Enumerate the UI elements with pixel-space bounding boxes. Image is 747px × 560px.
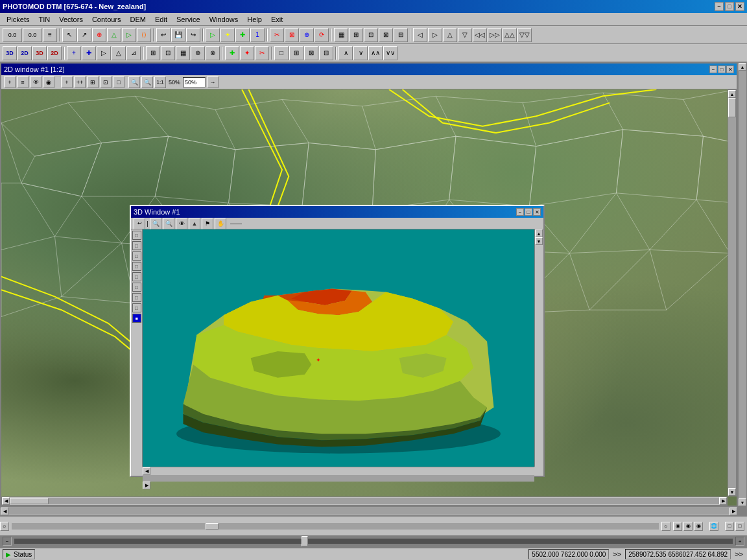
- tb2-sq1[interactable]: ▷: [97, 46, 111, 60]
- menu-vectors[interactable]: Vectors: [55, 15, 87, 24]
- tb1-nav1[interactable]: ◁: [413, 28, 427, 42]
- tb2-rect2[interactable]: ⊞: [289, 46, 303, 60]
- menu-dem[interactable]: DEM: [126, 15, 150, 24]
- left-panel-btn-5[interactable]: □: [132, 272, 141, 281]
- main-scroll-thumb[interactable]: [206, 523, 219, 530]
- w3d-btn-triangle[interactable]: ▲: [189, 218, 200, 229]
- view-btn-2[interactable]: ◉: [683, 522, 693, 531]
- tb2-star1[interactable]: ✚: [225, 46, 239, 60]
- tb2-box2[interactable]: ⊡: [161, 46, 175, 60]
- w3d-btn-flag[interactable]: ⚑: [202, 218, 213, 229]
- tb2-2d-b[interactable]: 2D: [47, 46, 62, 60]
- win3d-minimize[interactable]: −: [516, 208, 524, 216]
- left-panel-btn-active[interactable]: ■: [132, 314, 141, 323]
- w2d-btn-rect[interactable]: ⊞: [87, 76, 99, 88]
- window-3d-vscroll[interactable]: ▲ ▼: [534, 229, 543, 467]
- menu-pickets[interactable]: Pickets: [3, 15, 33, 24]
- window-3d-hscroll[interactable]: ◀ ▶: [143, 467, 534, 476]
- tb2-rect1[interactable]: □: [274, 46, 289, 60]
- ws-vscroll-up[interactable]: ▲: [739, 63, 746, 71]
- w3d-vscroll-down[interactable]: ▼: [535, 237, 543, 245]
- view-btn-3[interactable]: ◉: [694, 522, 703, 531]
- workspace-hscroll[interactable]: ◀ ▶: [0, 507, 738, 516]
- tb1-nav2[interactable]: ▷: [428, 28, 442, 42]
- tb2-misc1[interactable]: ∧: [338, 46, 353, 60]
- tb1-grid2[interactable]: ⊞: [349, 28, 363, 42]
- w2d-btn-cursor[interactable]: →: [207, 76, 219, 88]
- tb2-box3[interactable]: ▦: [176, 46, 190, 60]
- main-hscroll-track[interactable]: [12, 523, 659, 530]
- tb1-save[interactable]: 💾: [171, 28, 185, 42]
- tb1-nav5[interactable]: ◁◁: [473, 28, 487, 42]
- tb2-box1[interactable]: ⊞: [146, 46, 160, 60]
- minimize-button[interactable]: −: [715, 2, 724, 11]
- win3d-close[interactable]: ✕: [533, 208, 541, 216]
- w2d-btn-grid[interactable]: ⊡: [100, 76, 112, 88]
- tb1-star[interactable]: ✦: [220, 28, 235, 42]
- tb2-sq2[interactable]: △: [112, 46, 126, 60]
- tb2-rect4[interactable]: ⊟: [319, 46, 333, 60]
- tb1-nav6[interactable]: ▷▷: [488, 28, 502, 42]
- h-scroll-track[interactable]: [10, 498, 719, 504]
- zoom-out-icon[interactable]: −: [3, 537, 12, 546]
- tb1-pick[interactable]: ⊕: [92, 28, 106, 42]
- tb2-cross2[interactable]: ✚: [82, 46, 96, 60]
- title-bar-buttons[interactable]: − □ ✕: [715, 2, 744, 11]
- tb1-numkey[interactable]: 1: [250, 28, 265, 42]
- tb2-box4[interactable]: ⊕: [191, 46, 205, 60]
- tb1-tri2[interactable]: ▷: [122, 28, 136, 42]
- tb2-misc2[interactable]: ∨: [353, 46, 368, 60]
- w3d-hscroll-left[interactable]: ◀: [143, 467, 150, 475]
- v-scroll-down-btn[interactable]: ▼: [728, 488, 736, 496]
- menu-edit[interactable]: Edit: [151, 15, 171, 24]
- left-panel-btn-3[interactable]: □: [132, 251, 141, 261]
- w3d-btn-zoom-out[interactable]: 🔍: [150, 218, 161, 229]
- w2d-btn-zoom-in[interactable]: 🔍: [141, 76, 153, 88]
- tb1-grid3[interactable]: ⊡: [364, 28, 378, 42]
- tb1-grid5[interactable]: ⊟: [394, 28, 408, 42]
- tb1-redo[interactable]: ↪: [186, 28, 200, 42]
- w3d-hscroll-track[interactable]: [143, 475, 534, 482]
- win2d-close[interactable]: ✕: [726, 65, 734, 73]
- w2d-btn-plus2[interactable]: ++: [74, 76, 86, 88]
- view-btn-globe[interactable]: 🌐: [709, 522, 718, 531]
- w2d-btn-sq[interactable]: □: [113, 76, 124, 88]
- h-scroll-thumb[interactable]: [10, 498, 49, 504]
- tb2-3d-b[interactable]: 3D: [32, 46, 47, 60]
- win2d-maximize[interactable]: □: [718, 65, 726, 73]
- left-panel-btn-2[interactable]: □: [132, 241, 141, 250]
- tb1-undo[interactable]: ↩: [156, 28, 171, 42]
- tb1-grid4[interactable]: ⊠: [379, 28, 393, 42]
- win3d-maximize[interactable]: □: [525, 208, 532, 216]
- left-panel-btn-6[interactable]: □: [132, 283, 141, 292]
- tb1-tri3[interactable]: ⟨⟩: [137, 28, 151, 42]
- ws-hscroll-track[interactable]: [8, 508, 729, 515]
- v-scroll-up-btn[interactable]: ▲: [728, 90, 736, 98]
- w2d-btn-eye[interactable]: 👁: [30, 76, 42, 88]
- tb1-green-tri[interactable]: ▷: [206, 28, 220, 42]
- tb1-nav4[interactable]: ▽: [458, 28, 472, 42]
- w3d-btn-1[interactable]: ↩: [134, 218, 145, 229]
- v-scroll-thumb[interactable]: [728, 98, 736, 117]
- tb1-ruler[interactable]: ≡: [43, 28, 57, 42]
- w2d-zoom-input[interactable]: [183, 77, 206, 88]
- view-btn-1[interactable]: ◉: [673, 522, 682, 531]
- tb1-cross[interactable]: ✚: [235, 28, 250, 42]
- tb1-nav7[interactable]: △△: [503, 28, 517, 42]
- menu-service[interactable]: Service: [172, 15, 204, 24]
- tb1-input-1[interactable]: 0.0: [23, 28, 42, 42]
- view-btn-4[interactable]: □: [725, 522, 734, 531]
- tb2-misc3[interactable]: ∧∧: [368, 46, 383, 60]
- zoom-slider-thumb[interactable]: [302, 536, 308, 546]
- menu-contours[interactable]: Contours: [88, 15, 125, 24]
- maximize-button[interactable]: □: [725, 2, 734, 11]
- tb1-copy[interactable]: ⊕: [300, 28, 314, 42]
- left-panel-btn-8[interactable]: □: [132, 303, 141, 312]
- tb1-del[interactable]: ✂: [270, 28, 284, 42]
- v-scroll-track[interactable]: [728, 98, 736, 488]
- w2d-btn-zoom-out[interactable]: 🔍: [128, 76, 140, 88]
- tb1-grid[interactable]: ▦: [334, 28, 348, 42]
- tb1-triangle[interactable]: △: [107, 28, 121, 42]
- tb2-3d-a[interactable]: 3D: [3, 46, 17, 60]
- v-scrollbar-2d[interactable]: ▲ ▼: [728, 89, 737, 496]
